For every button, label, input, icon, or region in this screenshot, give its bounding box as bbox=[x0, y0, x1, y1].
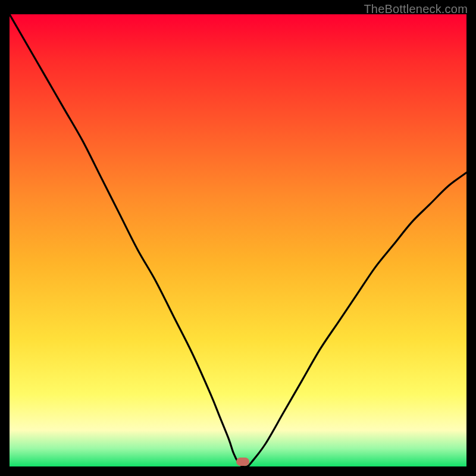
minimum-marker bbox=[236, 458, 249, 466]
chart-frame: TheBottleneck.com bbox=[0, 0, 476, 476]
bottleneck-curve bbox=[10, 14, 466, 466]
plot-area bbox=[10, 14, 466, 466]
